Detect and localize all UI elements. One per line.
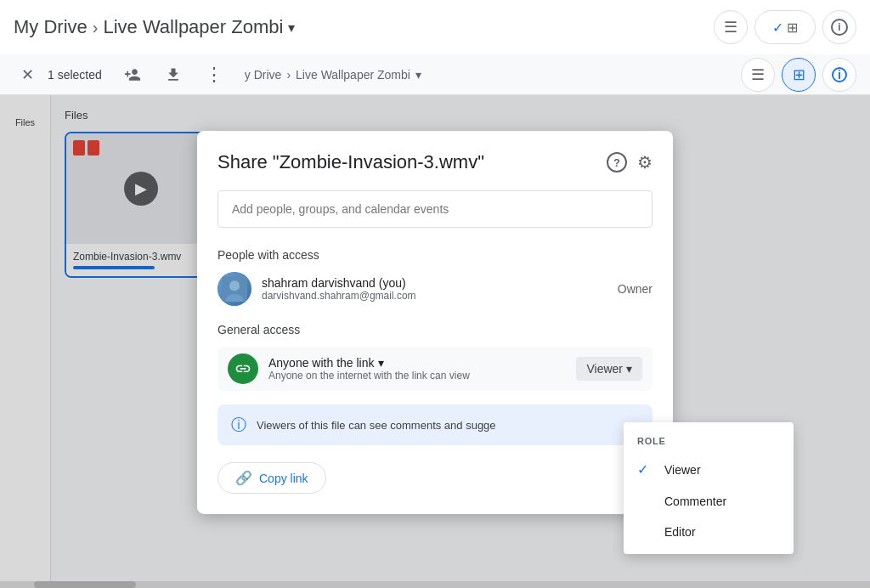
access-dropdown-icon[interactable]: ▾ [378, 356, 384, 370]
person-name: shahram darvishvand (you) [262, 276, 607, 290]
viewer-dropdown-button[interactable]: Viewer ▾ [576, 357, 642, 381]
top-header: My Drive › Live Wallpaper Zombi ▾ ☰ ✓ ⊞ … [0, 0, 870, 54]
role-commenter-label: Commenter [664, 495, 726, 508]
role-commenter-item[interactable]: Commenter [624, 486, 794, 517]
access-row: Anyone with the link ▾ Anyone on the int… [218, 347, 652, 391]
info-box: ⓘ Viewers of this file can see comments … [218, 404, 652, 445]
add-person-button[interactable] [116, 58, 150, 92]
copy-link-label: Copy link [259, 471, 308, 484]
info-box-icon: ⓘ [231, 415, 246, 435]
role-viewer-label: Viewer [664, 463, 701, 477]
general-access-label: General access [218, 323, 652, 336]
chevron-secondary-icon: › [286, 68, 291, 82]
avatar [218, 272, 251, 306]
general-access-section: General access Anyone with the link ▾ An… [218, 323, 652, 391]
grid-view-button[interactable]: ⊞ [782, 58, 816, 92]
check-icon: ✓ [637, 461, 654, 478]
people-section-label: People with access [218, 248, 652, 262]
list-view-button[interactable]: ☰ [741, 58, 775, 92]
checkmark-icon: ✓ [772, 20, 783, 36]
more-icon: ⋮ [205, 64, 223, 86]
role-menu-header: ROLE [624, 429, 794, 453]
header-actions: ☰ ✓ ⊞ i [714, 10, 856, 44]
dropdown-arrow-icon[interactable]: ▾ [288, 20, 295, 36]
breadcrumb-root[interactable]: My Drive [14, 16, 88, 38]
download-button[interactable] [156, 58, 190, 92]
access-subtitle: Anyone on the internet with the link can… [268, 370, 566, 382]
breadcrumb-main: My Drive › Live Wallpaper Zombi ▾ [14, 16, 295, 38]
access-title[interactable]: Anyone with the link ▾ [268, 356, 566, 370]
info-circle-icon: i [832, 67, 847, 82]
info-button[interactable]: i [822, 10, 856, 44]
share-input-container[interactable] [218, 190, 652, 228]
person-info: shahram darvishvand (you) darvishvand.sh… [262, 276, 607, 302]
role-menu: ROLE ✓ Viewer Commenter Editor [624, 422, 794, 554]
grid-icon: ⊞ [787, 20, 798, 36]
avatar-image [218, 272, 251, 306]
dropdown-secondary-icon[interactable]: ▾ [415, 68, 421, 82]
hamburger-button[interactable]: ☰ [714, 10, 748, 44]
share-input[interactable] [232, 202, 638, 216]
dialog-title: Share "Zombie-Invasion-3.wmv" [218, 151, 484, 173]
action-icons: ⋮ [116, 58, 231, 92]
chevron-icon: › [93, 18, 99, 37]
share-dialog: Share "Zombie-Invasion-3.wmv" ? ⚙ People… [197, 131, 673, 514]
hamburger-icon: ☰ [724, 18, 737, 37]
viewer-arrow-icon: ▾ [626, 362, 632, 376]
close-button[interactable]: ✕ [14, 61, 41, 88]
help-icon[interactable]: ? [607, 152, 627, 172]
grid-view-icon: ⊞ [793, 65, 805, 84]
view-toggle-button[interactable]: ✓ ⊞ [754, 10, 816, 44]
breadcrumb-secondary-root[interactable]: y Drive [245, 68, 282, 82]
dialog-header-icons: ? ⚙ [607, 152, 652, 172]
dialog-header: Share "Zombie-Invasion-3.wmv" ? ⚙ [218, 151, 652, 173]
breadcrumb-secondary: y Drive › Live Wallpaper Zombi ▾ [245, 68, 421, 82]
more-options-button[interactable]: ⋮ [197, 58, 231, 92]
person-email: darvishvand.shahram@gmail.com [262, 290, 607, 302]
dialog-footer: 🔗 Copy link [218, 462, 652, 494]
breadcrumb-folder[interactable]: Live Wallpaper Zombi [103, 16, 283, 38]
settings-icon[interactable]: ⚙ [637, 152, 652, 172]
person-row: shahram darvishvand (you) darvishvand.sh… [218, 272, 652, 306]
svg-point-1 [229, 280, 240, 291]
main-content: Files Files ▶ Zombie-Invasion-3.wmv [0, 95, 870, 588]
viewer-label: Viewer [586, 362, 623, 376]
role-viewer-item[interactable]: ✓ Viewer [624, 453, 794, 486]
selected-label: 1 selected [48, 68, 102, 82]
copy-link-icon: 🔗 [235, 470, 252, 486]
breadcrumb-secondary-folder[interactable]: Live Wallpaper Zombi [296, 68, 410, 82]
list-view-icon: ☰ [751, 65, 765, 84]
owner-label: Owner [618, 282, 652, 296]
sec-header-right: ☰ ⊞ i [741, 58, 856, 92]
secondary-header: ✕ 1 selected ⋮ y Drive › Live Wallpaper … [0, 54, 870, 95]
details-panel-button[interactable]: i [822, 58, 856, 92]
access-type-label: Anyone with the link [268, 356, 375, 370]
link-icon [228, 353, 258, 384]
access-info: Anyone with the link ▾ Anyone on the int… [268, 356, 566, 382]
copy-link-button[interactable]: 🔗 Copy link [218, 462, 326, 494]
role-editor-item[interactable]: Editor [624, 517, 794, 547]
info-text: Viewers of this file can see comments an… [257, 418, 496, 431]
info-icon: i [831, 19, 848, 36]
role-editor-label: Editor [664, 525, 696, 539]
